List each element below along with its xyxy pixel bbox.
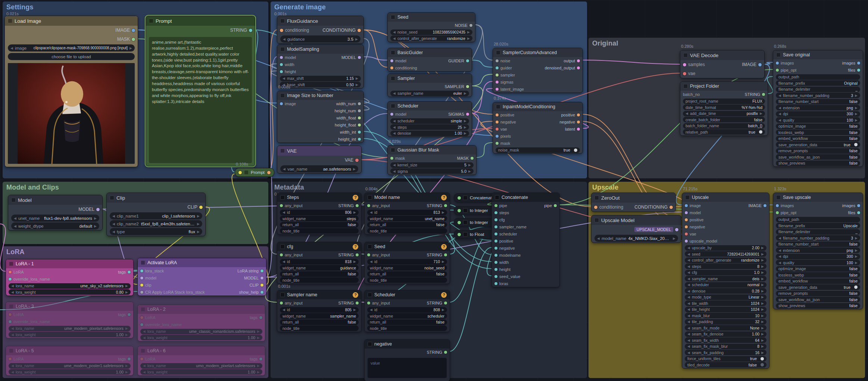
input-slot-images[interactable]: images (776, 203, 794, 208)
output-dot-icon[interactable] (358, 109, 361, 112)
widget-return-all[interactable]: return_allfalse (280, 271, 359, 277)
decrement-arrow-icon[interactable]: ◀ (283, 167, 285, 171)
input-dot-icon[interactable] (776, 204, 779, 207)
widget-lora-name[interactable]: ◀lora_nameume_modern_pixelart.safetensor… (9, 326, 131, 331)
increment-arrow-icon[interactable]: ▶ (464, 119, 466, 123)
decrement-arrow-icon[interactable]: ◀ (687, 289, 690, 293)
node-header[interactable]: Seed? (365, 242, 450, 251)
output-slot-latent[interactable]: latent (565, 127, 580, 131)
collapse-toggle-icon[interactable] (776, 195, 781, 200)
node-model-loader[interactable]: ModelMODEL◀unet_nameflux1-dev-fp8.safete… (8, 195, 103, 231)
increment-arrow-icon[interactable]: ▶ (125, 327, 128, 330)
node-header[interactable]: ZeroOut (591, 193, 675, 203)
collapse-toggle-icon[interactable] (496, 50, 500, 55)
output-dot-icon[interactable] (675, 228, 678, 231)
increment-arrow-icon[interactable]: ▶ (761, 295, 764, 299)
decrement-arrow-icon[interactable]: ◀ (687, 283, 690, 287)
increment-arrow-icon[interactable]: ▶ (761, 283, 764, 287)
widget-id[interactable]: ◀id710▶ (367, 259, 447, 265)
node-save-original[interactable]: 0.268sSave originalimagesimagespipe_optf… (773, 50, 863, 167)
text-area[interactable]: anime,anime art,(fantastic realise,surre… (149, 37, 252, 163)
increment-arrow-icon[interactable]: ▶ (467, 30, 470, 34)
node-project-folder[interactable]: Project Folderbatch_noSTRINGproject_root… (680, 81, 768, 136)
node-vae-decode[interactable]: 0.280sVAE DecodesamplesIMAGEvae (680, 50, 765, 78)
widget-scheduler[interactable]: ◀schedulernormal▶ (685, 282, 766, 288)
input-slot-samples[interactable]: samples (683, 62, 705, 67)
output-dot-icon[interactable] (249, 29, 252, 32)
widget-quality[interactable]: ◀quality100▶ (776, 117, 860, 123)
output-slot-string[interactable]: STRING (427, 350, 447, 355)
input-dot-icon[interactable] (496, 121, 499, 124)
output-dot-icon[interactable] (356, 204, 359, 207)
widget-filename-delimiter[interactable]: filename_delimiter_ (776, 229, 860, 235)
node-meta-cfg[interactable]: cfg?any_inputSTRING◀id818▶widget_namegui… (277, 242, 362, 284)
decrement-arrow-icon[interactable]: ◀ (143, 330, 146, 333)
output-slot-string[interactable]: STRING (744, 92, 765, 97)
widget-base-shift[interactable]: ◀base_shift0.50▶ (280, 82, 361, 87)
collapse-toggle-icon[interactable] (9, 304, 13, 309)
increment-arrow-icon[interactable]: ▶ (761, 252, 764, 256)
decrement-arrow-icon[interactable]: ◀ (687, 326, 690, 330)
widget-guidance[interactable]: ◀guidance3.5▶ (280, 35, 360, 43)
widget-batch-folder-name[interactable]: batch_folder_namebatch_{} (683, 123, 765, 129)
node-load-image[interactable]: Load ImageIMAGEMASK◀imageclipspace/clips… (4, 16, 138, 167)
output-dot-icon[interactable] (260, 269, 263, 272)
output-dot-icon[interactable] (260, 291, 263, 294)
increment-arrow-icon[interactable]: ▶ (467, 37, 470, 40)
widget-lora-name[interactable]: ◀lora_nameume_sky_v2.safetensors▶ (9, 283, 131, 289)
node-header[interactable]: Prompt (146, 16, 255, 26)
widget-optimize-image[interactable]: optimize_imagefalse (776, 266, 860, 272)
output-dot-icon[interactable] (358, 138, 361, 141)
node-sampler[interactable]: SamplerSAMPLER◀sampler_nameeuler▶ (387, 74, 472, 97)
output-slot-model[interactable]: MODEL (244, 276, 263, 280)
widget-node-title[interactable]: node_title (280, 228, 359, 234)
node-header[interactable]: VAE (277, 146, 361, 156)
output-dot-icon[interactable] (577, 59, 580, 62)
decrement-arrow-icon[interactable]: ◀ (778, 249, 781, 252)
increment-arrow-icon[interactable]: ▶ (353, 210, 356, 214)
output-slot-model[interactable]: MODEL (341, 55, 361, 60)
input-slot-sigmas[interactable]: sigmas (496, 80, 513, 84)
decrement-arrow-icon[interactable]: ◀ (393, 131, 396, 135)
decrement-arrow-icon[interactable]: ◀ (11, 290, 14, 294)
output-dot-icon[interactable] (260, 284, 263, 287)
widget-seam-fix-width[interactable]: ◀seam_fix_width64▶ (685, 337, 766, 343)
node-meta-scheduler[interactable]: Scheduler?any_inputSTRING◀id808▶widget_n… (364, 290, 450, 332)
decrement-arrow-icon[interactable]: ◀ (393, 119, 396, 123)
input-dot-icon[interactable] (494, 232, 497, 235)
output-dot-icon[interactable] (444, 204, 447, 207)
output-dot-icon[interactable] (260, 277, 263, 279)
output-slot-images[interactable]: images (842, 61, 860, 65)
decrement-arrow-icon[interactable]: ◀ (687, 295, 690, 299)
widget-sigma[interactable]: ◀sigma5.0▶ (390, 168, 474, 174)
collapse-toggle-icon[interactable] (496, 104, 500, 109)
widget-denoise[interactable]: ◀denoise0.28▶ (685, 288, 766, 294)
node-header[interactable]: Project Folder (680, 82, 768, 91)
widget-node-title[interactable]: node_title (367, 228, 447, 234)
output-slot-width-float[interactable]: width_float (336, 116, 361, 120)
collapse-toggle-icon[interactable] (685, 195, 690, 200)
node-header[interactable]: LoRA - 2 (138, 305, 265, 314)
input-slot-any-input[interactable]: any_input (367, 253, 390, 257)
increment-arrow-icon[interactable]: ▶ (761, 277, 764, 281)
node-header[interactable]: LoRA - 1 (6, 259, 133, 268)
widget-dpi[interactable]: ◀dpi300▶ (776, 254, 860, 259)
decrement-arrow-icon[interactable]: ◀ (778, 236, 781, 240)
decrement-arrow-icon[interactable]: ◀ (143, 364, 146, 368)
node-meta-negative[interactable]: negativeSTRINGvalue (364, 339, 450, 381)
input-slot-pixels[interactable]: pixels (496, 134, 511, 138)
input-slot-lora[interactable]: LoRA (9, 357, 24, 361)
input-dot-icon[interactable] (685, 204, 688, 207)
widget-seam-fix-mask-blur[interactable]: ◀seam_fix_mask_blur8▶ (685, 344, 766, 349)
input-slot-loras[interactable]: loras (494, 281, 508, 286)
increment-arrow-icon[interactable]: ▶ (761, 307, 764, 311)
collapse-toggle-icon[interactable] (280, 244, 285, 249)
input-slot-images[interactable]: images (776, 61, 794, 65)
output-dot-icon[interactable] (554, 204, 557, 207)
increment-arrow-icon[interactable]: ▶ (761, 302, 764, 305)
output-slot-lora-string[interactable]: LoRA string (237, 269, 263, 273)
decrement-arrow-icon[interactable]: ◀ (14, 224, 16, 228)
increment-arrow-icon[interactable]: ▶ (94, 224, 97, 228)
input-slot-positive[interactable]: positive (494, 239, 513, 243)
input-dot-icon[interactable] (280, 63, 283, 66)
